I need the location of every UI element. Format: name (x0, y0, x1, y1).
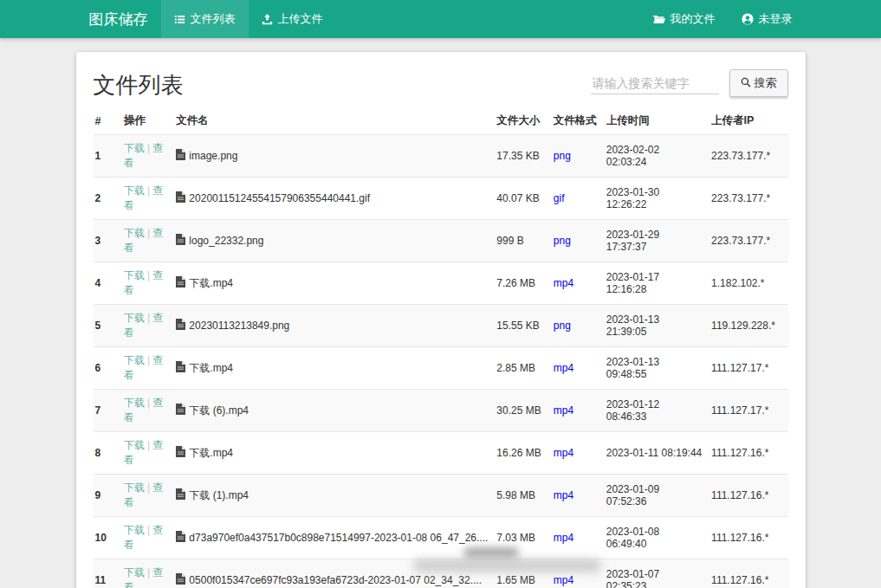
row-size: 16.26 MB (495, 432, 551, 475)
row-upload-time: 2023-01-29 17:37:37 (605, 220, 709, 262)
row-uploader-ip: 223.73.177.* (709, 178, 787, 220)
upload-icon (262, 14, 273, 25)
download-link[interactable]: 下载 (124, 354, 145, 366)
row-format-cell: mp4 (552, 475, 605, 517)
row-index: 2 (94, 178, 122, 220)
format-link[interactable]: png (554, 320, 571, 332)
row-uploader-ip: 223.73.177.* (709, 220, 787, 262)
table-row: 3 下载|查看 logo_22332.png 999 B png 2023-01… (94, 220, 788, 262)
table-row: 10 下载|查看 d73a970ef0a437517b0c898e7151499… (94, 517, 788, 559)
search-box: 搜索 (591, 69, 788, 97)
row-actions: 下载|查看 (122, 517, 174, 559)
action-divider: | (147, 269, 150, 281)
filename-text: image.png (189, 150, 237, 162)
nav-item-my-files[interactable]: 我的文件 (640, 0, 729, 38)
column-header-actions: 操作 (122, 107, 174, 135)
row-uploader-ip: 111.127.17.* (709, 347, 787, 390)
row-filename-cell: 下载 (1).mp4 (174, 475, 495, 517)
row-format-cell: mp4 (552, 517, 605, 559)
table-row: 8 下载|查看 下载.mp4 16.26 MB mp4 2023-01-11 0… (94, 432, 788, 475)
file-icon (176, 488, 185, 502)
format-link[interactable]: mp4 (554, 362, 573, 374)
row-size: 999 B (495, 220, 551, 262)
format-link[interactable]: mp4 (554, 277, 573, 289)
row-actions: 下载|查看 (122, 262, 174, 305)
file-icon (176, 276, 185, 290)
search-button[interactable]: 搜索 (729, 69, 788, 97)
table-row: 6 下载|查看 下载.mp4 2.85 MB mp4 2023-01-13 09… (94, 347, 788, 390)
filename-text: 下载 (1).mp4 (189, 488, 249, 503)
row-upload-time: 2023-01-08 06:49:40 (605, 517, 709, 559)
download-link[interactable]: 下载 (124, 566, 145, 578)
row-format-cell: mp4 (552, 347, 605, 390)
row-uploader-ip: 111.127.16.* (709, 432, 787, 475)
row-size: 40.07 KB (495, 178, 551, 220)
download-link[interactable]: 下载 (124, 227, 145, 239)
filename-text: 20230113213849.png (189, 320, 289, 332)
action-divider: | (147, 481, 150, 494)
download-link[interactable]: 下载 (124, 481, 145, 494)
file-icon (176, 404, 185, 417)
row-actions: 下载|查看 (122, 475, 174, 517)
format-link[interactable]: mp4 (554, 447, 573, 459)
row-upload-time: 2023-01-13 21:39:05 (605, 305, 709, 347)
table-row: 9 下载|查看 下载 (1).mp4 5.98 MB mp4 2023-01-0… (94, 475, 788, 517)
row-format-cell: mp4 (552, 390, 605, 432)
file-icon (176, 361, 185, 375)
action-divider: | (147, 397, 150, 409)
format-link[interactable]: mp4 (554, 489, 573, 501)
file-table-body: 1 下载|查看 image.png 17.35 KB png 2023-02-0… (94, 135, 788, 588)
row-index: 9 (94, 475, 122, 517)
download-link[interactable]: 下载 (124, 184, 145, 197)
download-link[interactable]: 下载 (124, 312, 145, 324)
column-header-uploader-ip: 上传者IP (709, 107, 787, 135)
format-link[interactable]: mp4 (554, 574, 573, 586)
brand-title[interactable]: 图床储存 (76, 0, 161, 38)
search-input[interactable] (591, 73, 719, 94)
row-filename-cell: 20230113213849.png (174, 305, 495, 347)
action-divider: | (147, 439, 150, 451)
format-link[interactable]: png (554, 235, 571, 247)
row-upload-time: 2023-02-02 02:03:24 (605, 135, 709, 178)
table-row: 2 下载|查看 20200115124554157906355440441.gi… (94, 178, 788, 220)
format-link[interactable]: mp4 (554, 404, 573, 417)
file-icon (176, 319, 185, 333)
format-link[interactable]: png (554, 150, 571, 162)
column-header-index: # (94, 107, 122, 135)
row-filename-cell: d73a970ef0a437517b0c898e71514997-2023-01… (174, 517, 495, 559)
table-row: 7 下载|查看 下载 (6).mp4 30.25 MB mp4 2023-01-… (94, 390, 788, 432)
filename-text: 20200115124554157906355440441.gif (189, 192, 370, 204)
download-link[interactable]: 下载 (124, 142, 145, 154)
row-filename-cell: 下载 (6).mp4 (174, 390, 495, 432)
download-link[interactable]: 下载 (124, 397, 145, 409)
nav-item-login-status[interactable]: 未登录 (729, 0, 806, 38)
column-header-format: 文件格式 (552, 107, 605, 135)
row-filename-cell: 下载.mp4 (174, 347, 495, 390)
format-link[interactable]: gif (554, 192, 565, 204)
download-link[interactable]: 下载 (124, 269, 145, 281)
download-link[interactable]: 下载 (124, 524, 145, 536)
row-actions: 下载|查看 (122, 390, 174, 432)
nav-item-upload[interactable]: 上传文件 (249, 0, 336, 38)
column-header-filename: 文件名 (174, 107, 495, 135)
redacted-blur (414, 559, 600, 572)
row-upload-time: 2023-01-11 08:19:44 (605, 432, 709, 475)
user-icon (742, 13, 754, 25)
action-divider: | (147, 312, 150, 324)
download-link[interactable]: 下载 (124, 439, 145, 451)
filename-text: 0500f015347ce697fc93a193efa6723d-2023-01… (189, 574, 482, 586)
row-size: 17.35 KB (495, 135, 551, 178)
row-upload-time: 2023-01-17 12:16:28 (605, 262, 709, 305)
table-row: 4 下载|查看 下载.mp4 7.26 MB mp4 2023-01-17 12… (94, 262, 788, 305)
file-icon (176, 531, 185, 545)
row-uploader-ip: 1.182.102.* (709, 262, 787, 305)
row-format-cell: png (552, 220, 605, 262)
table-header-row: # 操作 文件名 文件大小 文件格式 上传时间 上传者IP (94, 107, 788, 135)
format-link[interactable]: mp4 (554, 532, 573, 544)
filename-text: d73a970ef0a437517b0c898e71514997-2023-01… (189, 532, 488, 544)
nav-item-file-list[interactable]: 文件列表 (161, 0, 249, 38)
nav-item-label: 我的文件 (670, 11, 716, 27)
row-index: 5 (94, 305, 122, 347)
nav-item-label: 文件列表 (191, 11, 236, 27)
action-divider: | (147, 566, 150, 578)
